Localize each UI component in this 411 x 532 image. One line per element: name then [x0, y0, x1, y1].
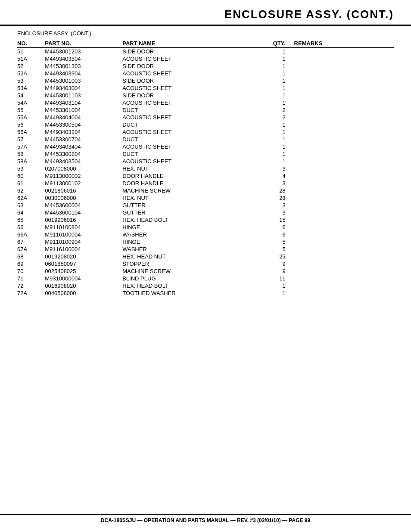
table-row: 56A M4493403204 ACOUSTIC SHEET 1: [17, 128, 394, 136]
table-row: 59 0207008000 HEX. NUT 3: [17, 165, 394, 172]
cell-remarks: [294, 92, 394, 99]
page-header: ENCLOSURE ASSY. (CONT.): [0, 0, 411, 26]
table-row: 54 M4453001103 SIDE DOOR 1: [17, 92, 394, 99]
cell-remarks: [294, 216, 394, 224]
cell-part-name: HEX. HEAD NUT: [122, 253, 261, 260]
table-row: 58A M4493403504 ACOUSTIC SHEET 1: [17, 158, 394, 165]
cell-part-name: TOOTHED WASHER: [122, 289, 261, 297]
table-row: 56 M4453300504 DUCT 1: [17, 121, 394, 128]
cell-part-name: HEX. HEAD BOLT: [122, 216, 261, 224]
cell-no: 72A: [17, 289, 45, 297]
table-row: 52 M4453001303 SIDE DOOR 1: [17, 62, 394, 70]
cell-no: 57: [17, 136, 45, 143]
cell-part-name: SIDE DOOR: [122, 62, 261, 70]
table-row: 70 0025408025 MACHINE SCREW 9: [17, 268, 394, 275]
cell-qty: 1: [261, 158, 294, 165]
cell-no: 68: [17, 253, 45, 260]
cell-part-no: M4493403204: [45, 128, 122, 136]
cell-qty: 1: [261, 99, 294, 106]
cell-qty: 1: [261, 143, 294, 150]
cell-no: 72: [17, 282, 45, 289]
cell-no: 65: [17, 216, 45, 224]
table-row: 60 M9113000002 DOOR HANDLE 4: [17, 172, 394, 180]
table-row: 66A M9116100004 WASHER 6: [17, 231, 394, 238]
table-row: 71 M9310000004 BLIND PLUG 11: [17, 275, 394, 282]
cell-no: 57A: [17, 143, 45, 150]
cell-part-name: MACHINE SCREW: [122, 187, 261, 194]
cell-qty: 1: [261, 121, 294, 128]
cell-no: 52A: [17, 70, 45, 77]
cell-part-name: HINGE: [122, 238, 261, 246]
cell-part-name: DOOR HANDLE: [122, 172, 261, 180]
cell-part-no: M9116100004: [45, 246, 122, 253]
cell-remarks: [294, 62, 394, 70]
cell-remarks: [294, 158, 394, 165]
cell-part-no: 0019206016: [45, 216, 122, 224]
cell-remarks: [294, 128, 394, 136]
cell-qty: 5: [261, 238, 294, 246]
table-row: 52A M4493403904 ACOUSTIC SHEET 1: [17, 70, 394, 77]
cell-remarks: [294, 187, 394, 194]
section-label: ENCLOSURE ASSY. (CONT.): [17, 30, 394, 37]
table-row: 58 M4453300804 DUCT 1: [17, 150, 394, 158]
cell-part-no: M4493403104: [45, 99, 122, 106]
cell-part-no: M4493404004: [45, 114, 122, 121]
cell-remarks: [294, 202, 394, 209]
cell-part-no: M4493403404: [45, 143, 122, 150]
cell-remarks: [294, 121, 394, 128]
cell-qty: 9: [261, 268, 294, 275]
cell-part-name: STOPPER: [122, 260, 261, 268]
table-row: 72 0016908020 HEX. HEAD BOLT 1: [17, 282, 394, 289]
cell-part-name: ACOUSTIC SHEET: [122, 84, 261, 92]
cell-no: 64: [17, 209, 45, 216]
cell-part-no: M4453001003: [45, 77, 122, 84]
cell-part-no: M4493403004: [45, 84, 122, 92]
cell-remarks: [294, 282, 394, 289]
cell-qty: 3: [261, 165, 294, 172]
cell-part-name: SIDE DOOR: [122, 48, 261, 56]
cell-part-name: DUCT: [122, 106, 261, 114]
cell-part-no: M9113000102: [45, 180, 122, 187]
table-row: 65 0019206016 HEX. HEAD BOLT 15: [17, 216, 394, 224]
table-row: 67A M9116100004 WASHER 5: [17, 246, 394, 253]
cell-part-no: M4453001203: [45, 48, 122, 56]
cell-part-name: HEX. NUT: [122, 194, 261, 202]
table-row: 61 M9113000102 DOOR HANDLE 3: [17, 180, 394, 187]
cell-part-name: DUCT: [122, 136, 261, 143]
table-row: 68 0019208020 HEX. HEAD NUT 25: [17, 253, 394, 260]
cell-no: 60: [17, 172, 45, 180]
content-area: ENCLOSURE ASSY. (CONT.) NO. PART NO. PAR…: [0, 30, 411, 297]
cell-part-name: BLIND PLUG: [122, 275, 261, 282]
cell-no: 58A: [17, 158, 45, 165]
cell-part-name: SIDE DOOR: [122, 92, 261, 99]
cell-qty: 9: [261, 260, 294, 268]
cell-qty: 25: [261, 253, 294, 260]
cell-qty: 3: [261, 180, 294, 187]
cell-remarks: [294, 231, 394, 238]
cell-part-no: M9110100904: [45, 238, 122, 246]
col-header-no: NO.: [17, 39, 45, 48]
cell-no: 62: [17, 187, 45, 194]
cell-part-no: 0016908020: [45, 282, 122, 289]
cell-qty: 1: [261, 55, 294, 62]
cell-part-name: ACOUSTIC SHEET: [122, 55, 261, 62]
cell-remarks: [294, 136, 394, 143]
cell-part-no: 0601850097: [45, 260, 122, 268]
cell-qty: 15: [261, 216, 294, 224]
cell-part-name: HEX. HEAD BOLT: [122, 282, 261, 289]
cell-remarks: [294, 48, 394, 56]
cell-part-no: M4453600004: [45, 202, 122, 209]
cell-part-no: M9110100804: [45, 224, 122, 231]
cell-qty: 28: [261, 187, 294, 194]
table-row: 51A M4493403804 ACOUSTIC SHEET 1: [17, 55, 394, 62]
cell-part-no: M9113000002: [45, 172, 122, 180]
cell-remarks: [294, 84, 394, 92]
cell-no: 56: [17, 121, 45, 128]
cell-part-no: M4453001103: [45, 92, 122, 99]
cell-part-name: SIDE DOOR: [122, 77, 261, 84]
cell-no: 53A: [17, 84, 45, 92]
cell-part-no: M4453300804: [45, 150, 122, 158]
table-row: 53A M4493403004 ACOUSTIC SHEET 1: [17, 84, 394, 92]
cell-no: 54: [17, 92, 45, 99]
cell-part-no: M4453300704: [45, 136, 122, 143]
